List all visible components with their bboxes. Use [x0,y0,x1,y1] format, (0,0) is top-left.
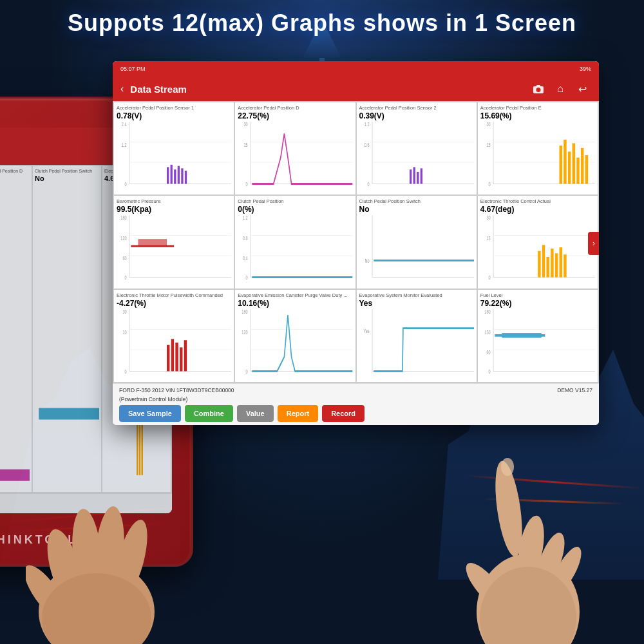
svg-text:60: 60 [122,255,126,262]
svg-text:0.6: 0.6 [364,141,369,148]
status-time: 05:07 PM [120,66,146,72]
mini-graph-2: Accelerator Pedal Position D 22.75(%) [0,166,32,492]
graph-cell-8: Electronic Throttle Control Actual 4.67(… [478,196,598,288]
svg-text:0: 0 [488,274,490,281]
svg-text:120: 120 [120,235,126,242]
svg-rect-80 [546,257,549,278]
graph-area-1: 2.4 1.2 0 [117,122,231,193]
large-header-icons: ⌂ ↩ [529,80,591,98]
graph-area-7: No [359,215,474,287]
graph-cell-9: Electronic Throttle Motor Pulsewidth Com… [114,290,234,382]
svg-rect-41 [559,146,562,184]
graphs-grid: Accelerator Pedal Position Sensor 1 0.78… [113,101,599,383]
mini-graph-title-2: Accelerator Pedal Position D [0,169,30,174]
graph-cell-4: Accelerator Pedal Position E 15.69(%) 30… [478,102,598,194]
graph-area-9: 30 10 0 [117,309,231,381]
combine-button[interactable]: Combine [185,405,233,422]
graph-area-12: 180 150 60 0 [480,309,595,381]
svg-rect-82 [555,254,558,278]
svg-text:No: No [365,258,369,265]
camera-icon[interactable] [529,80,547,98]
graph-area-11: Yes [359,309,474,381]
svg-text:30: 30 [486,215,490,222]
graph-area-2: 30 15 0 [238,122,352,193]
svg-rect-47 [585,155,587,184]
svg-rect-93 [171,339,174,371]
svg-text:0: 0 [488,181,490,188]
svg-text:0: 0 [246,274,248,281]
graph-cell-12: Fuel Level 79.22(%) 180 150 60 0 [478,290,598,382]
svg-rect-92 [167,345,169,371]
svg-rect-33 [420,168,422,184]
svg-text:15: 15 [486,141,490,148]
graph-value-1: 0.78(V) [117,111,231,120]
graph-cell-6: Clutch Pedal Position 0(%) 1.2 0.8 0.4 0 [235,196,355,288]
mini-graph-canvas-3 [35,184,99,491]
exit-icon[interactable]: ↩ [573,80,591,98]
save-sample-button[interactable]: Save Sample [119,405,181,422]
svg-text:1.2: 1.2 [122,141,127,148]
record-button[interactable]: Record [322,405,365,422]
graph-value-7: No [359,205,474,214]
headline: Suppots 12(max) Graphs shows in 1 Screen [0,10,644,37]
value-button[interactable]: Value [237,405,274,422]
svg-text:180: 180 [242,309,248,316]
graph-area-10: 180 120 0 [238,309,352,381]
mini-graph-3: Clutch Pedal Position Switch No [33,166,101,492]
svg-rect-94 [175,343,178,372]
svg-text:180: 180 [484,309,490,316]
car-module: (Powertrain Control Module) [119,396,592,402]
mini-graph-title-3: Clutch Pedal Position Switch [35,169,99,174]
svg-rect-11 [171,165,173,184]
svg-rect-2 [536,85,540,87]
graph-title-11: Evaporative System Monitor Evaluated [359,292,474,298]
graph-cell-1: Accelerator Pedal Position Sensor 1 0.78… [114,102,234,194]
svg-text:0.8: 0.8 [243,235,248,242]
svg-text:0: 0 [488,368,490,375]
graph-cell-11: Evaporative System Monitor Evaluated Yes… [357,290,477,382]
svg-text:0.4: 0.4 [243,255,248,262]
status-battery: 39% [580,66,591,72]
graph-cell-7: Clutch Pedal Position Switch No No [357,196,477,288]
svg-text:0: 0 [125,368,127,375]
svg-text:15: 15 [244,141,248,148]
svg-text:10: 10 [122,328,126,336]
graph-area-8: 30 15 0 [480,215,595,287]
graph-area-6: 1.2 0.8 0.4 0 [238,215,352,287]
svg-text:0: 0 [367,181,369,188]
graph-value-11: Yes [359,299,474,308]
svg-rect-57 [138,239,167,246]
svg-point-1 [536,88,541,92]
graph-value-5: 99.5(Kpa) [117,205,231,214]
tablet-brand: THINKTOOL [0,533,77,547]
graph-value-8: 4.67(deg) [480,205,595,214]
svg-rect-10 [167,167,169,184]
home-icon[interactable]: ⌂ [551,80,569,98]
svg-text:1.2: 1.2 [243,215,248,222]
graph-title-9: Electronic Throttle Motor Pulsewidth Com… [117,292,231,298]
car-make-model: FORD F-350 2012 VIN 1FT8W3DT9CEB00000 [119,387,234,393]
svg-rect-96 [184,340,187,371]
graph-title-3: Accelerator Pedal Position Sensor 2 [359,105,474,111]
graph-cell-2: Accelerator Pedal Position D 22.75(%) 30… [235,102,355,194]
graph-title-7: Clutch Pedal Position Switch [359,198,474,204]
graph-area-4: 30 15 0 [480,122,595,193]
graph-value-3: 0.39(V) [359,111,474,120]
svg-rect-43 [568,151,571,184]
back-button[interactable]: ‹ [120,83,124,95]
graph-title-10: Evaporative Emission Canister Purge Valv… [238,292,352,298]
graph-cell-5: Barometric Pressure 99.5(Kpa) 180 120 60… [114,196,234,288]
svg-text:150: 150 [484,328,490,336]
svg-text:0: 0 [125,181,127,188]
svg-text:60: 60 [486,349,490,356]
svg-rect-32 [417,172,419,184]
svg-rect-81 [551,249,553,278]
mini-graph-value-2: 22.75(%) [0,175,30,182]
graph-value-10: 10.16(%) [238,299,352,308]
svg-text:1.2: 1.2 [364,122,369,128]
bottom-buttons: Save Sample Combine Value Report Record [119,405,592,422]
graph-value-2: 22.75(%) [238,111,352,120]
side-expand-button[interactable]: › [588,232,599,255]
report-button[interactable]: Report [278,405,318,422]
large-bottom-bar: FORD F-350 2012 VIN 1FT8W3DT9CEB00000 DE… [113,383,599,425]
